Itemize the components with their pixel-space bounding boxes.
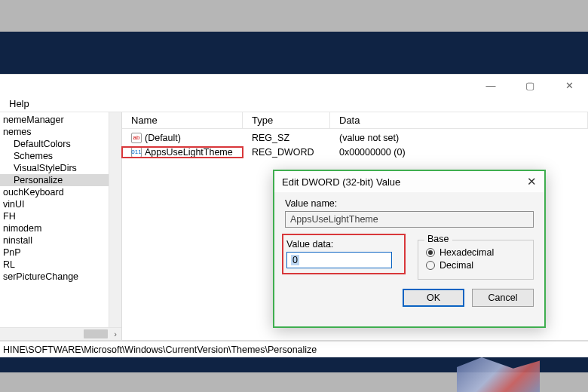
dialog-buttons: OK Cancel	[285, 289, 534, 307]
value-name: (Default)	[145, 133, 181, 143]
list-rows: ab(Default)REG_SZ(value not set)011AppsU…	[122, 129, 588, 159]
status-path: HINE\SOFTWARE\Microsoft\Windows\CurrentV…	[3, 345, 317, 355]
edit-dword-dialog: Edit DWORD (32-bit) Value ✕ Value name: …	[273, 170, 546, 328]
tree-node[interactable]: VisualStyleDirs	[0, 162, 109, 174]
tree-node[interactable]: Schemes	[0, 150, 109, 162]
tree-node[interactable]: Personalize	[0, 174, 109, 186]
value-data-highlight: Value data: 0	[282, 234, 406, 274]
tree-pane: nemeManagernemesDefaultColorsSchemesVisu…	[0, 112, 122, 340]
value-name: AppsUseLightTheme	[145, 147, 233, 158]
radio-hex-label: Hexadecimal	[439, 247, 494, 258]
scrollbar-thumb[interactable]	[84, 329, 108, 338]
radio-dot-icon	[426, 248, 435, 257]
tree-horizontal-scrollbar[interactable]: ›	[0, 327, 121, 340]
tree-node[interactable]: serPictureChange	[0, 271, 109, 283]
reg-dword-icon: 011	[131, 147, 142, 158]
menu-help[interactable]: Help	[3, 96, 35, 111]
minimize-icon[interactable]: —	[478, 77, 504, 93]
base-legend: Base	[424, 234, 452, 244]
page-banner	[0, 32, 588, 74]
value-name-text: AppsUseLightTheme	[290, 214, 378, 225]
radio-dot-icon	[426, 261, 435, 270]
value-data-label: Value data:	[286, 239, 401, 250]
table-row[interactable]: 011AppsUseLightThemeREG_DWORD0x00000000 …	[122, 145, 588, 159]
tree-node[interactable]: DefaultColors	[0, 138, 109, 150]
radio-decimal[interactable]: Decimal	[426, 260, 525, 271]
value-data-field[interactable]: 0	[286, 252, 392, 268]
tree-node[interactable]: ouchKeyboard	[0, 186, 109, 198]
tree-node[interactable]: RL	[0, 259, 109, 271]
value-type: REG_DWORD	[243, 147, 330, 158]
status-bar: HINE\SOFTWARE\Microsoft\Windows\CurrentV…	[0, 341, 588, 357]
window-titlebar: — ▢ ✕	[0, 75, 588, 96]
dialog-title: Edit DWORD (32-bit) Value	[282, 176, 400, 188]
tree-node[interactable]: FH	[0, 210, 109, 222]
bottom-strip	[0, 357, 588, 392]
base-groupbox: Base Hexadecimal Decimal	[418, 240, 534, 280]
scrollbar-right-arrow-icon[interactable]: ›	[109, 329, 121, 338]
tree-node[interactable]: vinUI	[0, 198, 109, 210]
radio-dec-label: Decimal	[439, 260, 473, 271]
value-name-field[interactable]: AppsUseLightTheme	[285, 211, 534, 228]
radio-hexadecimal[interactable]: Hexadecimal	[426, 247, 525, 258]
ok-button[interactable]: OK	[403, 289, 464, 307]
tree-vertical-scrollbar[interactable]	[109, 112, 121, 327]
cancel-button[interactable]: Cancel	[472, 289, 534, 307]
value-data: (value not set)	[330, 133, 588, 143]
tree-node[interactable]: PnP	[0, 247, 109, 259]
dialog-titlebar: Edit DWORD (32-bit) Value ✕	[274, 171, 544, 192]
column-header-name[interactable]: Name	[122, 112, 243, 128]
close-icon[interactable]: ✕	[556, 77, 582, 93]
dialog-body: Value name: AppsUseLightTheme Value data…	[274, 192, 544, 326]
table-row[interactable]: ab(Default)REG_SZ(value not set)	[122, 130, 588, 145]
tree-list[interactable]: nemeManagernemesDefaultColorsSchemesVisu…	[0, 112, 109, 327]
tree-node[interactable]: nimodem	[0, 222, 109, 234]
column-header-type[interactable]: Type	[243, 112, 330, 128]
value-type: REG_SZ	[243, 133, 330, 143]
column-header-data[interactable]: Data	[330, 112, 588, 128]
tree-node[interactable]: ninstall	[0, 234, 109, 247]
tree-node[interactable]: nemeManager	[0, 114, 109, 126]
tree-node[interactable]: nemes	[0, 126, 109, 138]
dialog-close-icon[interactable]: ✕	[516, 175, 537, 188]
menu-bar: Help	[0, 96, 588, 112]
list-header: Name Type Data	[122, 112, 588, 129]
maximize-icon[interactable]: ▢	[517, 77, 543, 93]
reg-sz-icon: ab	[131, 133, 142, 143]
value-data-text: 0	[291, 255, 299, 265]
value-name-label: Value name:	[285, 198, 534, 209]
value-data: 0x00000000 (0)	[330, 147, 588, 158]
